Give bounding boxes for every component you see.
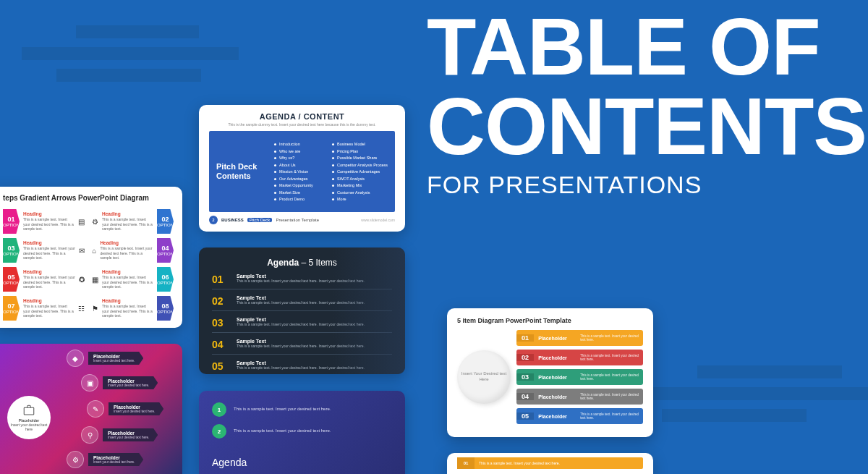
thumbnail-gradient-arrows[interactable]: teps Gradient Arrows PowerPoint Diagram …	[0, 187, 182, 328]
bar-desc: This is a sample text. Insert your desir…	[577, 412, 643, 420]
decor-bar	[651, 387, 868, 400]
diagram-bar: 03 Placeholder This is a sample text. In…	[516, 369, 643, 385]
t3-title-rest: – 5 Items	[299, 258, 337, 268]
list-item: Competitor Analysis Process	[332, 163, 388, 167]
step-tag: 06OPTION	[157, 267, 174, 292]
thumbnail-peek[interactable]: 01 This is a sample text. Insert your de…	[447, 453, 653, 474]
footer-site: www.slidemodel.com	[361, 218, 395, 222]
footer-brand: BUSINESS	[221, 218, 244, 222]
step-text: HeadingThis is a sample text. Insert you…	[100, 240, 153, 261]
t5-circle: Insert Your Desired text Here	[457, 350, 511, 404]
node-icon: ◆	[67, 350, 84, 367]
bar-label: Placeholder	[534, 375, 577, 380]
list-item: Possible Market Share	[332, 156, 388, 160]
page-number: 2	[209, 216, 218, 224]
step-icon: ✪	[79, 276, 85, 284]
bar-desc: This is a sample text. Insert your desir…	[577, 373, 643, 381]
t5-title: 5 Item Diagram PowerPoint Template	[457, 317, 643, 324]
radial-node: ◆ Placeholder Insert your desired text h…	[67, 350, 143, 367]
green-dot: 1	[212, 402, 226, 417]
node-label: Placeholder	[108, 378, 149, 384]
node-icon: ✎	[87, 400, 104, 418]
step-icon: ⌂	[92, 247, 96, 255]
agenda-green-row: 1 This is a sample text. Insert your des…	[212, 402, 392, 417]
list-item: SWOT Analysis	[332, 177, 388, 181]
hero-subtitle: FOR PRESENTATIONS	[427, 171, 867, 199]
bar-label: Placeholder	[534, 355, 577, 360]
diagram-bar: 05 Placeholder This is a sample text. In…	[516, 408, 643, 424]
t1-heading: Pitch Deck Contents	[216, 162, 267, 181]
t6-title: Agenda	[212, 457, 247, 468]
diagram-bar: 02 Placeholder This is a sample text. In…	[516, 350, 643, 365]
list-item: Who we are	[274, 149, 325, 153]
t4-core-sub: Insert your desired text here	[7, 423, 51, 431]
step-text: HeadingThis is a sample text. Insert you…	[23, 240, 75, 261]
step-text: HeadingThis is a sample text. Insert you…	[23, 211, 75, 232]
svg-rect-0	[24, 407, 34, 415]
t1-footer: 2 BUSINESS Pitch Deck Presentation Templ…	[209, 216, 395, 224]
step-text: HeadingThis is a sample text. Insert you…	[23, 269, 75, 289]
step-tag: 01OPTION	[3, 209, 20, 234]
arrow-row: ▦HeadingThis is a sample text. Insert yo…	[92, 267, 174, 292]
radial-node: ⚙ Placeholder Insert your desired text h…	[67, 451, 143, 468]
bar-desc: This is a sample text. Insert your desir…	[577, 334, 643, 342]
decor-bar	[662, 409, 807, 422]
node-sub: Insert your desired text here.	[108, 436, 149, 439]
t1-slab: Pitch Deck Contents IntroductionWho we a…	[209, 131, 395, 212]
t2-title: teps Gradient Arrows PowerPoint Diagram	[3, 194, 174, 202]
thumbnail-5item-diagram[interactable]: 5 Item Diagram PowerPoint Template Inser…	[447, 308, 653, 437]
decor-bar	[22, 47, 239, 60]
list-item: Product Demo	[274, 197, 325, 201]
node-label: Placeholder	[108, 431, 149, 436]
list-item: Our Advantages	[274, 177, 325, 181]
bar-label: Placeholder	[534, 414, 577, 419]
arrow-row: ⚑HeadingThis is a sample text. Insert yo…	[92, 296, 174, 321]
list-item: Market Size	[274, 190, 325, 195]
t7-bar: 01 This is a sample text. Insert your de…	[457, 457, 643, 469]
node-sub: Insert your desired text here.	[114, 410, 155, 413]
row-number: 02	[212, 295, 229, 307]
bar-number: 01	[516, 334, 534, 342]
arrow-row: ⚙HeadingThis is a sample text. Insert yo…	[92, 209, 174, 234]
row-number: 04	[212, 339, 229, 350]
bar-desc: This is a sample text. Insert your desir…	[577, 354, 643, 361]
thumbnail-agenda-green[interactable]: 1 This is a sample text. Insert your des…	[199, 391, 405, 474]
step-tag: 04OPTION	[157, 238, 174, 263]
step-tag: 08OPTION	[157, 296, 174, 321]
step-tag: 02OPTION	[157, 209, 174, 234]
bar-label: Placeholder	[534, 394, 577, 399]
thumbnail-agenda-dark[interactable]: Agenda – 5 Items 01 Sample Text This is …	[199, 247, 405, 374]
list-item: Customer Analysis	[332, 190, 388, 195]
row-text: This is a sample text. Insert your desir…	[234, 407, 331, 412]
green-dot: 2	[212, 424, 226, 439]
thumbnail-agenda-content[interactable]: AGENDA / CONTENT This is the sample dumm…	[199, 105, 405, 232]
arrow-row: 01OPTIONHeadingThis is a sample text. In…	[3, 209, 85, 234]
step-text: HeadingThis is a sample text. Insert you…	[102, 298, 153, 318]
bar-desc: This is a sample text. Insert your desir…	[577, 393, 643, 400]
node-sub: Insert your desired text here.	[93, 359, 135, 363]
list-item: Pricing Plan	[332, 149, 388, 153]
step-icon: ⚑	[92, 305, 98, 313]
row-number: 01	[212, 274, 229, 285]
list-item: Business Model	[332, 142, 388, 146]
agenda-green-row: 2 This is a sample text. Insert your des…	[212, 424, 392, 439]
t7-text: This is a sample text. Insert your desir…	[475, 461, 560, 465]
diagram-bar: 01 Placeholder This is a sample text. In…	[516, 330, 643, 346]
t1-caption: This is the sample dummy text. Insert yo…	[209, 122, 395, 127]
decor-bar	[697, 365, 842, 378]
step-text: HeadingThis is a sample text. Insert you…	[102, 211, 153, 232]
row-number: 05	[212, 360, 229, 372]
t7-num: 01	[457, 457, 475, 469]
bar-number: 02	[516, 354, 534, 361]
node-icon: ⚲	[81, 426, 98, 444]
footer-pitch-deck: Pitch Deck	[247, 218, 273, 222]
thumbnail-radial-placeholder[interactable]: Placeholder Insert your desired text her…	[0, 344, 182, 474]
row-number: 03	[212, 317, 229, 329]
arrow-row: 03OPTIONHeadingThis is a sample text. In…	[3, 238, 85, 263]
radial-node: ⚲ Placeholder Insert your desired text h…	[81, 426, 158, 444]
node-label: Placeholder	[93, 354, 135, 359]
bar-number: 04	[516, 393, 534, 400]
node-label: Placeholder	[93, 455, 135, 460]
node-icon: ⚙	[67, 451, 84, 468]
radial-node: ✎ Placeholder Insert your desired text h…	[87, 400, 163, 418]
